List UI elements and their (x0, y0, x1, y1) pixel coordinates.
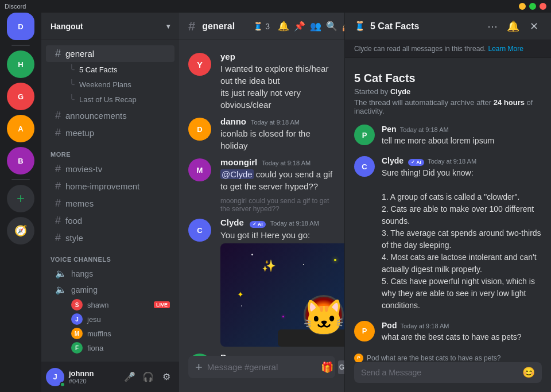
thread-item-last-of-us[interactable]: ╰ Last of Us Recap (46, 92, 174, 107)
hash-icon: # (55, 110, 61, 122)
voice-member-label-fiona: fiona (87, 344, 103, 352)
channel-label-style: style (65, 233, 83, 243)
thread-message-content: Clyde ✓ AI Today at 9:18 AM Sure thing! … (382, 156, 542, 312)
hash-icon: # (55, 163, 61, 175)
channel-label-food: food (65, 216, 82, 226)
thread-input-box: 😊 (354, 362, 542, 383)
message-text: I wanted to explore this/hear out the id… (220, 63, 335, 111)
pin-icon[interactable]: 📌 (293, 20, 306, 33)
voice-member-muffins[interactable]: M muffins (46, 327, 174, 340)
thread-notification-button[interactable]: 🔔 (505, 18, 521, 34)
server-icon-4[interactable]: B (7, 147, 34, 174)
channel-list: # general ╰ 5 Cat Facts ╰ Weekend Plans … (41, 40, 179, 362)
thread-more-button[interactable]: ⋯ (484, 18, 500, 34)
server-icon-1[interactable]: H (7, 51, 34, 78)
channel-item-movies-tv[interactable]: # movies-tv (46, 161, 174, 177)
message-content: moongirl Today at 9:18 AM @Clyde could y… (220, 157, 335, 192)
message-author: yep (220, 52, 235, 61)
thread-message-text: Sure thing! Did you know: 1. A group of … (382, 167, 542, 312)
channel-hash-icon: # (188, 19, 195, 34)
channel-item-announcements[interactable]: # announcements (46, 107, 174, 124)
thread-connector-icon-3: ╰ (69, 94, 75, 105)
list-item: P Pen Today at 9:18 AM tell me more abou… (354, 125, 542, 147)
channel-label-announcements: announcements (65, 111, 127, 121)
voice-member-jesu[interactable]: J jesu (46, 312, 174, 326)
channel-item-general[interactable]: # general (46, 45, 174, 62)
message-author: danno (220, 117, 246, 126)
voice-member-label-jesu: jesu (87, 315, 101, 324)
add-attachment-button[interactable]: + (195, 358, 203, 377)
channel-item-meetup[interactable]: # meetup (46, 125, 174, 141)
user-info: johnnn #0420 (69, 369, 117, 385)
chevron-down-icon: ▾ (166, 22, 170, 30)
emoji-icon[interactable]: 😊 (522, 366, 535, 379)
members-icon[interactable]: 👥 (309, 20, 323, 33)
chat-message-input[interactable] (207, 356, 316, 378)
channel-item-memes[interactable]: # memes (46, 195, 174, 212)
chat-input-box: + 🎁 GIF 😊 (188, 356, 335, 378)
message-content: Pen Today at 9:18 AM @Clyde hey Clyde! h… (220, 352, 335, 356)
channel-item-home-improvement[interactable]: # home-improvement (46, 178, 174, 195)
message-text: iconlab is closed for the holiday (220, 127, 335, 152)
voice-member-fiona[interactable]: F fiona (46, 341, 174, 355)
hash-icon: # (55, 215, 61, 227)
avatar[interactable]: J (46, 368, 64, 386)
message-time: Today at 9:18 AM (270, 220, 319, 227)
reply-indicator-text: Pod what are the best cats to have as pe… (367, 354, 500, 362)
deafen-button[interactable]: 🎧 (140, 369, 156, 385)
voice-channel-hangs[interactable]: 🔈 hangs (46, 266, 174, 281)
settings-button[interactable]: ⚙ (158, 369, 174, 385)
message-time: Today at 9:18 AM (241, 355, 290, 356)
message-time: Today at 9:18 AM (251, 119, 300, 126)
thread-close-button[interactable]: ✕ (526, 18, 542, 34)
server-icon-discord[interactable]: D (7, 13, 34, 40)
avatar: D (188, 118, 211, 141)
chat-header: # general 🧵 3 🔔 📌 👥 🔍 📥 ❓ (179, 13, 344, 40)
ai-badge: ✓ AI (408, 159, 424, 166)
maximize-button[interactable] (529, 3, 536, 10)
avatar: P (354, 125, 375, 145)
server-icon-2[interactable]: G (7, 83, 34, 110)
thread-connector-icon: ╰ (69, 64, 75, 75)
learn-more-link[interactable]: Learn More (488, 45, 523, 53)
explore-servers-button[interactable]: 🧭 (7, 217, 34, 244)
channel-label-general: general (65, 49, 94, 59)
minimize-button[interactable] (519, 3, 526, 10)
thread-message-text: tell me more about lorem ipsum (382, 135, 542, 147)
messages-area: Y yep I wanted to explore this/hear out … (179, 40, 344, 356)
thread-item-weekend-plans[interactable]: ╰ Weekend Plans (46, 77, 174, 92)
message-text: @Clyde could you send a gif to get the s… (220, 168, 335, 192)
voice-member-shawn[interactable]: S shawn LIVE (46, 298, 174, 312)
server-icon-3[interactable]: A (7, 115, 34, 142)
close-button[interactable] (540, 3, 546, 10)
chat-channel-name: general (202, 21, 235, 32)
chat-image: 🐱 ✨ ✨ ✦ (220, 243, 344, 347)
thread-label-cat-facts: 5 Cat Facts (79, 65, 117, 74)
mute-button[interactable]: 🎤 (122, 369, 138, 385)
thread-info-bar: Clyde can read all messages in this thre… (345, 40, 551, 58)
voice-section-label: VOICE CHANNELS (41, 247, 179, 265)
user-panel: J johnnn #0420 🎤 🎧 ⚙ (41, 362, 179, 392)
server-header[interactable]: Hangout ▾ (41, 13, 179, 40)
thread-message-input[interactable] (361, 362, 518, 383)
hash-icon: # (55, 180, 61, 192)
thread-title-big: 5 Cat Facts (354, 72, 542, 85)
channel-item-style[interactable]: # style (46, 230, 174, 246)
channel-label-meetup: meetup (65, 128, 94, 138)
voice-channel-gaming[interactable]: 🔈 gaming (46, 282, 174, 297)
add-server-button[interactable]: + (7, 185, 34, 212)
channel-item-food[interactable]: # food (46, 212, 174, 229)
thread-item-cat-facts[interactable]: ╰ 5 Cat Facts (46, 63, 174, 77)
search-icon[interactable]: 🔍 (325, 20, 339, 33)
avatar: P (354, 321, 375, 341)
notification-bell-icon[interactable]: 🔔 (277, 20, 290, 33)
channel-label-movies-tv: movies-tv (65, 164, 102, 174)
main-chat: # general 🧵 3 🔔 📌 👥 🔍 📥 ❓ Y yep (179, 13, 344, 392)
chat-input-area: + 🎁 GIF 😊 (179, 356, 344, 392)
thread-panel: 🧵 5 Cat Facts ⋯ 🔔 ✕ Clyde can read all m… (344, 13, 551, 392)
server-sidebar: D H G A B + 🧭 (0, 0, 41, 392)
gift-icon[interactable]: 🎁 (321, 360, 333, 374)
window-controls (519, 3, 546, 10)
thread-label-last-of-us: Last of Us Recap (79, 95, 137, 104)
channel-label-home-improvement: home-improvement (65, 181, 139, 191)
